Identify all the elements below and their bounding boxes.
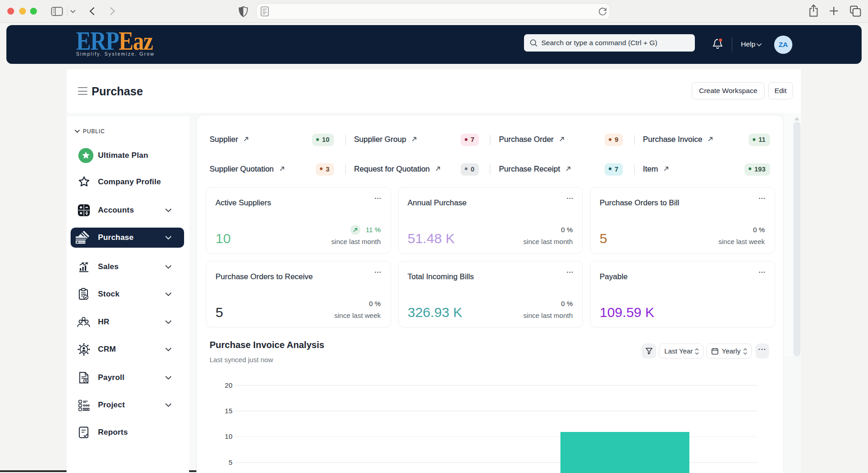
svg-text:$: $ [85, 378, 87, 383]
